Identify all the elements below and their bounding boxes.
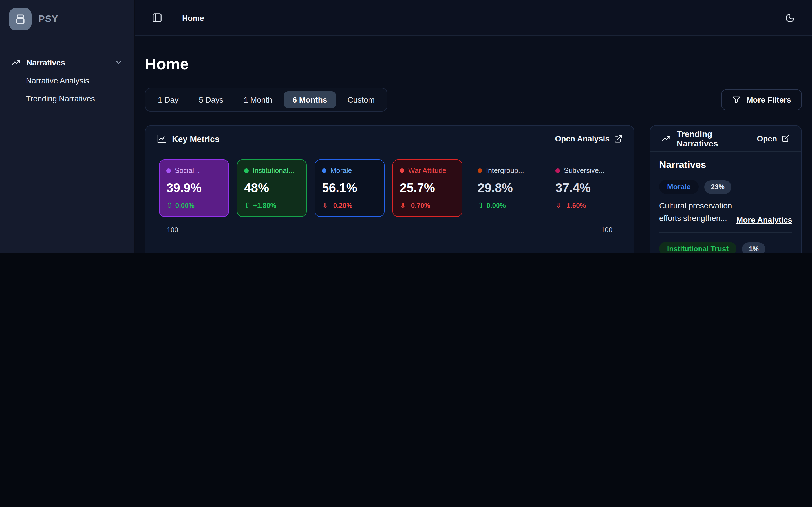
narrative-text: Cultural preservation efforts strengthen… bbox=[659, 200, 733, 224]
metric-label: Institutional... bbox=[253, 167, 294, 175]
tab-5-days[interactable]: 5 Days bbox=[190, 91, 232, 108]
metric-chip-war-attitude[interactable]: War Attitude25.7%⇩-0.70% bbox=[393, 159, 462, 217]
trending-up-icon bbox=[661, 133, 671, 143]
tab-custom[interactable]: Custom bbox=[338, 91, 384, 108]
metric-delta: ⇩-1.60% bbox=[555, 201, 611, 210]
open-analysis-link[interactable]: Open Analysis bbox=[555, 134, 623, 143]
toolbar-row: 1 Day5 Days1 Month6 MonthsCustom More Fi… bbox=[145, 88, 802, 112]
sidebar-item-trending-narratives[interactable]: Trending Narratives bbox=[9, 90, 125, 108]
up-arrow-icon: ⇧ bbox=[244, 201, 250, 210]
key-metrics-card: Key Metrics Open Analysis bbox=[145, 125, 635, 253]
metric-value: 29.8% bbox=[477, 180, 533, 195]
brand-name: PSY bbox=[38, 13, 58, 25]
key-metrics-title: Key Metrics bbox=[172, 134, 219, 144]
tab-6-months[interactable]: 6 Months bbox=[284, 91, 336, 108]
trending-panel-title: Trending Narratives bbox=[677, 129, 751, 148]
trending-up-icon bbox=[11, 57, 21, 67]
up-arrow-icon: ⇧ bbox=[477, 201, 484, 210]
open-trending-link[interactable]: Open bbox=[757, 134, 790, 143]
up-arrow-icon: ⇧ bbox=[166, 201, 172, 210]
filter-icon bbox=[732, 95, 741, 104]
narrative-item: Morale23%Cultural preservation efforts s… bbox=[659, 180, 792, 224]
more-filters-label: More Filters bbox=[746, 95, 791, 104]
page-title: Home bbox=[145, 55, 802, 73]
metric-label: Morale bbox=[331, 167, 352, 175]
more-filters-button[interactable]: More Filters bbox=[721, 89, 802, 110]
sidebar: PSY Narratives Narrative Analysis Trendi… bbox=[0, 0, 135, 253]
y-axis-left: 100500 bbox=[159, 229, 179, 253]
y-tick-label: 100 bbox=[167, 226, 178, 234]
metric-value: 37.4% bbox=[555, 180, 611, 195]
brand-row: PSY bbox=[9, 8, 125, 31]
time-range-tabs: 1 Day5 Days1 Month6 MonthsCustom bbox=[145, 88, 388, 112]
trending-panel-header: Trending Narratives Open bbox=[650, 126, 801, 152]
down-arrow-icon: ⇩ bbox=[322, 201, 328, 210]
external-link-icon bbox=[614, 134, 622, 143]
more-analytics-link[interactable]: More Analytics bbox=[737, 215, 792, 224]
metric-dot bbox=[244, 168, 249, 173]
breadcrumb[interactable]: Home bbox=[182, 13, 204, 22]
topbar-divider bbox=[174, 13, 174, 23]
tab-1-day[interactable]: 1 Day bbox=[149, 91, 188, 108]
metric-dot bbox=[555, 168, 560, 173]
narrative-percent-pill: 23% bbox=[704, 180, 731, 193]
tab-1-month[interactable]: 1 Month bbox=[235, 91, 281, 108]
narrative-badge: Institutional Trust bbox=[659, 242, 737, 253]
metric-delta: ⇧0.00% bbox=[166, 201, 221, 210]
narrative-items: Morale23%Cultural preservation efforts s… bbox=[659, 180, 792, 253]
metric-value: 48% bbox=[244, 180, 299, 195]
trending-narratives-panel: Trending Narratives Open bbox=[650, 125, 802, 253]
metric-chip-social[interactable]: Social...39.9%⇧0.00% bbox=[159, 159, 229, 217]
archive-icon bbox=[14, 13, 27, 25]
narrative-percent-pill: 1% bbox=[742, 242, 765, 253]
narrative-badge: Morale bbox=[659, 180, 699, 194]
metric-label: Subversive... bbox=[564, 167, 605, 175]
metric-dot bbox=[166, 168, 171, 173]
metric-delta: ⇩-0.70% bbox=[400, 201, 455, 210]
metric-label: Intergroup... bbox=[486, 167, 524, 175]
narrative-item: Institutional Trust1%Government transpar… bbox=[659, 242, 792, 253]
metric-value: 39.9% bbox=[166, 180, 221, 195]
metric-chip-intergroup[interactable]: Intergroup...29.8%⇧0.00% bbox=[470, 159, 540, 217]
metric-dot bbox=[400, 168, 404, 173]
metric-chip-subversive[interactable]: Subversive...37.4%⇩-1.60% bbox=[548, 159, 618, 217]
metric-chips: Social...39.9%⇧0.00%Institutional...48%⇧… bbox=[159, 159, 620, 217]
down-arrow-icon: ⇩ bbox=[400, 201, 406, 210]
item-divider bbox=[659, 232, 792, 233]
metric-chip-morale[interactable]: Morale56.1%⇩-0.20% bbox=[315, 159, 385, 217]
chevron-down-icon bbox=[114, 58, 123, 66]
metric-value: 56.1% bbox=[322, 180, 377, 195]
theme-toggle-button[interactable] bbox=[781, 9, 799, 26]
metric-chip-institutional[interactable]: Institutional...48%⇧+1.80% bbox=[237, 159, 307, 217]
sidebar-item-narrative-analysis[interactable]: Narrative Analysis bbox=[9, 71, 125, 90]
line-chart-icon bbox=[157, 134, 166, 144]
y-axis-right: 100500 bbox=[600, 229, 620, 253]
metric-value: 25.7% bbox=[400, 180, 455, 195]
sidebar-item-narratives[interactable]: Narratives bbox=[9, 53, 125, 71]
sidebar-toggle-button[interactable] bbox=[148, 9, 166, 26]
page-content: Home 1 Day5 Days1 Month6 MonthsCustom Mo… bbox=[135, 36, 812, 253]
trending-panel-body: Narratives Morale23%Cultural preservatio… bbox=[650, 152, 801, 253]
key-metrics-body: Social...39.9%⇧0.00%Institutional...48%⇧… bbox=[146, 152, 634, 253]
sidebar-item-label: Narratives bbox=[27, 58, 109, 67]
metric-label: War Attitude bbox=[408, 167, 446, 175]
metric-dot bbox=[322, 168, 326, 173]
down-arrow-icon: ⇩ bbox=[555, 201, 562, 210]
y-tick-label: 100 bbox=[601, 226, 612, 234]
topbar: Home bbox=[135, 0, 812, 36]
app-root: PSY Narratives Narrative Analysis Trendi… bbox=[0, 0, 812, 253]
app-logo[interactable] bbox=[9, 8, 32, 31]
metrics-line-chart bbox=[183, 229, 597, 253]
metric-delta: ⇧+1.80% bbox=[244, 201, 299, 210]
external-link-icon bbox=[781, 134, 790, 143]
metric-label: Social... bbox=[175, 167, 200, 175]
narratives-heading: Narratives bbox=[659, 159, 792, 171]
main-area: Home Home 1 Day5 Days1 Month6 MonthsCust… bbox=[135, 0, 812, 253]
metric-dot bbox=[477, 168, 482, 173]
dashboard-row: Key Metrics Open Analysis bbox=[145, 125, 802, 253]
panel-left-icon bbox=[152, 12, 162, 23]
moon-icon bbox=[785, 13, 795, 23]
key-metrics-header: Key Metrics Open Analysis bbox=[146, 126, 634, 152]
metric-delta: ⇧0.00% bbox=[477, 201, 533, 210]
chart-area: 100500 100500 Aug 2Aug 12Aug 23Sep 3Sep … bbox=[159, 229, 620, 253]
